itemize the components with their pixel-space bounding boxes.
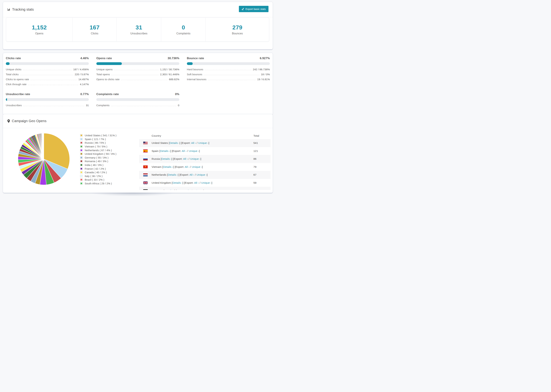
link-separator: / <box>189 157 190 160</box>
stat-box-unsubscribes: 31 Unsubscribes <box>117 18 161 41</box>
details-link[interactable]: Details › <box>162 157 172 160</box>
united-kingdom-flag-icon <box>143 181 148 184</box>
geo-row-text: United States [Details ›] [Export: All ›… <box>152 141 209 145</box>
tracking-stats-page: { "colors": { "accent_teal": "#1792a9", … <box>0 0 276 196</box>
export-all-link[interactable]: All › <box>186 189 191 190</box>
legend-item-netherlands[interactable]: Netherlands ( 67 / 4% ) <box>80 148 117 152</box>
legend-item-russia[interactable]: Russia ( 86 / 5% ) <box>80 141 117 145</box>
geo-header: Campaign Geo Opens <box>3 114 273 128</box>
campaign-geo-opens-card: Campaign Geo Opens United States ( 541 /… <box>3 114 273 193</box>
legend-item-spain[interactable]: Spain ( 121 / 7% ) <box>80 137 117 141</box>
geo-table-row-de: Germany [Details ›] [Export: All › / Uni… <box>139 187 270 190</box>
stat-box-complaints: 0 Complaints <box>161 18 206 41</box>
legend-item-germany[interactable]: Germany ( 55 / 3% ) <box>80 156 117 160</box>
legend-item-romania[interactable]: Romania ( 49 / 3% ) <box>80 159 117 163</box>
tracking-stats-title: Tracking stats <box>7 7 34 11</box>
country-name: Netherlands <box>152 173 166 176</box>
export-unique-link[interactable]: Unique › <box>192 165 202 168</box>
opens-detail-row: Total opens2,303 / 61.446% <box>96 73 179 76</box>
stats-strip: 1,152 Opens 167 Clicks 31 Unsubscribes 0… <box>6 17 269 42</box>
bounces-label: Bounces <box>232 32 243 35</box>
bounces-count: 279 <box>232 24 242 31</box>
tracking-stats-title-label: Tracking stats <box>12 7 34 11</box>
complaints-rate-section: Complaints rate 0% Complaints0 <box>96 92 179 109</box>
legend-swatch <box>80 182 83 185</box>
export-all-link[interactable]: All › <box>185 165 190 168</box>
bounce-detail-row: Hard bounces242 / 86.738% <box>187 68 270 71</box>
export-all-link[interactable]: All › <box>191 141 196 144</box>
legend-swatch <box>80 153 83 155</box>
stat-box-bounces: 279 Bounces <box>206 18 269 41</box>
detail-value: 242 / 86.738% <box>253 68 270 71</box>
export-prefix: [Export: <box>172 149 181 152</box>
tracking-stats-header: Tracking stats Export basic stats <box>3 2 273 17</box>
export-all-link[interactable]: All › <box>183 157 188 160</box>
detail-label: Unique clicks <box>6 68 21 71</box>
export-icon <box>242 8 244 10</box>
export-prefix: [Export: <box>179 173 189 176</box>
united-states-flag-icon <box>143 142 148 145</box>
legend-item-vietnam[interactable]: Vietnam ( 79 / 5% ) <box>80 145 117 148</box>
export-unique-link[interactable]: Unique › <box>193 189 203 190</box>
russia-flag-icon <box>143 158 148 161</box>
dotted-leader <box>204 75 260 75</box>
export-prefix: [Export: <box>181 141 191 144</box>
clicks-rate-bar <box>6 62 89 65</box>
details-link[interactable]: Details › <box>160 149 170 152</box>
export-unique-link[interactable]: Unique › <box>190 157 200 160</box>
country-name: Spain <box>152 149 159 152</box>
legend-item-france[interactable]: France ( 42 / 2% ) <box>80 167 117 170</box>
legend-item-brazil[interactable]: Brazil ( 33 / 2% ) <box>80 178 117 182</box>
detail-label: Unsubscribes <box>6 104 22 107</box>
export-unique-link[interactable]: Unique › <box>197 173 207 176</box>
detail-label: Hard bounces <box>187 68 203 71</box>
clicks-count: 167 <box>90 24 99 31</box>
bar-chart-icon <box>7 8 10 11</box>
unsubscribe-rate-section: Unsubscribe rate 0.77% Unsubscribes31 <box>6 92 89 109</box>
export-all-link[interactable]: All › <box>182 149 186 152</box>
country-name: United States <box>152 141 168 144</box>
export-all-link[interactable]: All › <box>194 181 199 184</box>
stat-box-opens: 1,152 Opens <box>6 18 72 41</box>
bracket: ] <box>173 165 174 168</box>
dotted-leader <box>205 70 252 70</box>
legend-label: Italy ( 36 / 2% ) <box>85 175 103 177</box>
legend-swatch <box>80 175 83 177</box>
geo-table-rows: United States [Details ›] [Export: All ›… <box>139 139 270 190</box>
geo-title-label: Campaign Geo Opens <box>12 119 47 123</box>
export-basic-stats-button[interactable]: Export basic stats <box>239 6 268 12</box>
legend-item-italy[interactable]: Italy ( 36 / 2% ) <box>80 174 117 178</box>
details-link[interactable]: Details › <box>163 165 173 168</box>
export-unique-link[interactable]: Unique › <box>198 141 208 144</box>
detail-value: 31 <box>86 104 89 107</box>
export-unique-link[interactable]: Unique › <box>189 149 199 152</box>
details-link[interactable]: Details › <box>172 181 183 184</box>
legend-item-united-kingdom[interactable]: United Kingdom ( 59 / 3% ) <box>80 152 117 156</box>
export-unique-link[interactable]: Unique › <box>201 181 212 184</box>
details-link[interactable]: Details › <box>164 189 174 190</box>
details-link[interactable]: Details › <box>168 173 178 176</box>
detail-label: Internal bounces <box>187 78 206 81</box>
export-all-link[interactable]: All › <box>190 173 194 176</box>
complaints-rate-bar <box>96 98 179 101</box>
spain-flag-icon <box>143 149 148 152</box>
clicks-rate-value: 4.46% <box>80 57 89 60</box>
unsubscribe-rate-bar <box>6 98 89 101</box>
legend-item-south-africa[interactable]: South Africa ( 29 / 2% ) <box>80 182 117 185</box>
legend-item-canada[interactable]: Canada ( 40 / 2% ) <box>80 170 117 174</box>
legend-label: Russia ( 86 / 5% ) <box>85 141 106 144</box>
bracket: ] <box>178 173 179 176</box>
geo-row-text: Russia [Details ›] [Export: All › / Uniq… <box>152 157 201 161</box>
legend-item-india[interactable]: India ( 46 / 3% ) <box>80 163 117 167</box>
dotted-leader <box>111 75 159 75</box>
geo-table-header: Country Total <box>139 134 270 139</box>
clicks-detail-row: Unique clicks167 / 4.456% <box>6 68 89 71</box>
geo-table-row-nl: Netherlands [Details ›] [Export: All › /… <box>139 171 270 179</box>
legend-swatch <box>80 149 83 151</box>
legend-item-united-states[interactable]: United States ( 541 / 31% ) <box>80 133 117 137</box>
legend-label: United Kingdom ( 59 / 3% ) <box>85 152 116 155</box>
detail-value: 0 <box>178 104 179 107</box>
link-separator: / <box>191 189 192 190</box>
details-link[interactable]: Details › <box>170 141 180 144</box>
bracket: ] <box>183 181 184 184</box>
